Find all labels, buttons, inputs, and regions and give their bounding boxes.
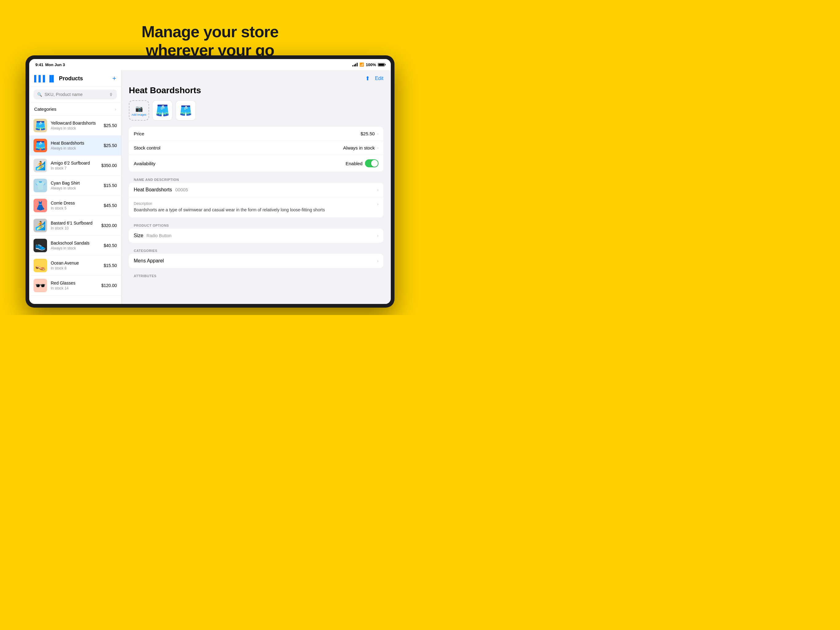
price-row[interactable]: Price $25.50 › [129, 127, 384, 141]
product-stock: Always in stock [51, 126, 100, 130]
description-row-inner: Description Boardshorts are a type of sw… [134, 201, 379, 213]
product-list-item[interactable]: 👡 Ocean Avenue In stock 8 $15.50 [29, 256, 121, 275]
product-info: Ocean Avenue In stock 8 [51, 261, 100, 271]
product-name: Heat Boardshorts [51, 141, 100, 146]
product-list-item[interactable]: 🏄 Amigo 6'2 Surfboard In stock 7 $350.00 [29, 156, 121, 176]
stock-control-chevron-icon: › [377, 146, 379, 150]
hero-line1: Manage your store [141, 23, 278, 41]
product-name-row[interactable]: Heat Boardshorts 00005 › [129, 183, 384, 197]
options-section: Size Radio Button › [129, 229, 384, 243]
product-price: $40.50 [104, 243, 117, 248]
product-info: Corrie Dress In stock 5 [51, 201, 100, 211]
availability-value-area: Enabled [346, 159, 379, 167]
description-row[interactable]: Description Boardshorts are a type of sw… [129, 197, 384, 217]
product-list-item[interactable]: 👕 Cyan Bag Shirt Always in stock $15.50 [29, 176, 121, 196]
main-content: ▌▌▌▐▌ Products + 🔍 🎙 Categories [29, 70, 391, 304]
detail-top-bar: ⬆ Edit [129, 75, 384, 82]
options-section-header: PRODUCT OPTIONS [129, 221, 384, 229]
product-thumb: 👗 [33, 199, 47, 212]
product-info: Red Glasses In stock 14 [51, 280, 98, 290]
detail-panel: ⬆ Edit Heat Boardshorts 📷 Add Images 🩳 🩳 [122, 70, 391, 304]
product-price: $25.50 [104, 143, 117, 148]
product-name: Yellowcard Boardshorts [51, 120, 100, 125]
product-list-item[interactable]: 🕶️ Red Glasses In stock 14 $120.00 [29, 275, 121, 296]
product-name: Corrie Dress [51, 201, 100, 206]
camera-icon: 📷 [135, 105, 143, 112]
product-price: $320.00 [101, 223, 117, 228]
product-info: Yellowcard Boardshorts Always in stock [51, 120, 100, 130]
description-chevron-icon: › [377, 201, 379, 206]
categories-row[interactable]: Categories › [29, 103, 121, 116]
battery-icon [378, 63, 385, 66]
product-name: Red Glasses [51, 280, 98, 285]
description-text: Boardshorts are a type of swimwear and c… [134, 207, 325, 213]
product-list-item[interactable]: 🏄 Bastard 6'1 Surfboard In stock 10 $320… [29, 216, 121, 236]
edit-button[interactable]: Edit [375, 76, 384, 81]
attributes-section-header: ATTRIBUTES [129, 272, 384, 279]
product-info: Bastard 6'1 Surfboard In stock 10 [51, 220, 98, 230]
product-list-item[interactable]: 🩳 Heat Boardshorts Always in stock $25.5… [29, 136, 121, 156]
category-row[interactable]: Mens Apparel › [129, 254, 384, 268]
product-stock: In stock 7 [51, 166, 98, 171]
size-label-area: Size Radio Button [134, 233, 172, 238]
product-thumb: 🩳 [33, 119, 47, 132]
stock-control-value: Always in stock [343, 145, 375, 150]
product-stock: In stock 10 [51, 226, 98, 230]
product-name: Ocean Avenue [51, 261, 100, 266]
product-name-value-area: Heat Boardshorts 00005 [134, 187, 188, 193]
status-bar: 9:41 Mon Jun 3 📶 100% [29, 59, 391, 70]
status-time: 9:41 [35, 62, 43, 67]
product-thumb: 👡 [33, 259, 47, 272]
product-name: Amigo 6'2 Surfboard [51, 161, 98, 166]
barcode-icon: ▌▌▌▐▌ [34, 75, 56, 82]
categories-chevron-icon: › [115, 107, 116, 112]
stock-control-row[interactable]: Stock control Always in stock › [129, 141, 384, 155]
size-row[interactable]: Size Radio Button › [129, 229, 384, 243]
price-stock-section: Price $25.50 › Stock control Always in s… [129, 127, 384, 172]
status-date: Mon Jun 3 [45, 62, 65, 67]
product-thumb: 🏄 [33, 219, 47, 232]
category-value: Mens Apparel [134, 258, 164, 264]
add-product-button[interactable]: + [112, 74, 116, 82]
availability-toggle[interactable] [365, 159, 379, 167]
product-info: Backschool Sandals Always in stock [51, 241, 100, 250]
price-label: Price [134, 131, 144, 136]
product-stock: In stock 14 [51, 286, 98, 290]
name-desc-section-header: NAME AND DESCRIPTION [129, 175, 384, 183]
product-price: $15.50 [104, 263, 117, 268]
product-stock: Always in stock [51, 186, 100, 190]
product-price: $25.50 [104, 123, 117, 128]
product-list-item[interactable]: 🩳 Yellowcard Boardshorts Always in stock… [29, 116, 121, 136]
search-container: 🔍 🎙 [29, 86, 121, 103]
product-list-item[interactable]: 👟 Backschool Sandals Always in stock $40… [29, 236, 121, 256]
search-input[interactable] [44, 92, 107, 97]
signal-icon [352, 63, 358, 66]
categories-section: Mens Apparel › [129, 254, 384, 268]
add-images-button[interactable]: 📷 Add Images [129, 100, 149, 120]
search-box: 🔍 🎙 [33, 90, 117, 99]
sidebar-title-area: ▌▌▌▐▌ Products [34, 75, 83, 82]
product-info: Heat Boardshorts Always in stock [51, 141, 100, 150]
search-icon: 🔍 [37, 92, 42, 97]
sidebar-title: Products [59, 75, 83, 82]
price-chevron-icon: › [377, 131, 379, 136]
availability-value: Enabled [346, 161, 363, 166]
product-price: $120.00 [101, 283, 117, 288]
product-stock: Always in stock [51, 246, 100, 250]
mic-icon[interactable]: 🎙 [109, 92, 113, 97]
availability-row[interactable]: Availability Enabled [129, 155, 384, 172]
product-name: Cyan Bag Shirt [51, 180, 100, 185]
product-detail-title: Heat Boardshorts [129, 85, 384, 95]
product-info: Cyan Bag Shirt Always in stock [51, 180, 100, 190]
product-list-item[interactable]: 👗 Corrie Dress In stock 5 $45.50 [29, 196, 121, 216]
size-chevron-icon: › [377, 233, 379, 238]
name-desc-section: Heat Boardshorts 00005 › Description Boa… [129, 183, 384, 217]
product-thumb: 👟 [33, 239, 47, 252]
sidebar: ▌▌▌▐▌ Products + 🔍 🎙 Categories [29, 70, 122, 304]
share-icon[interactable]: ⬆ [365, 75, 370, 82]
product-image-2: 🩳 [175, 100, 196, 120]
status-time-date: 9:41 Mon Jun 3 [35, 62, 65, 67]
tablet-screen: 9:41 Mon Jun 3 📶 100% ▌ [29, 59, 391, 304]
price-value-area: $25.50 › [361, 131, 379, 136]
product-thumb: 👕 [33, 179, 47, 192]
